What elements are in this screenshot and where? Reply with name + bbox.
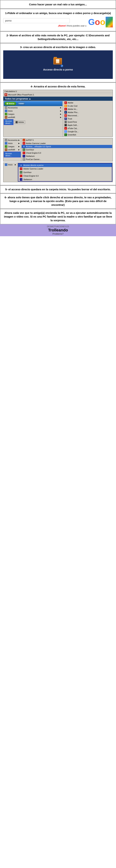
apple-entry[interactable]: ⌘ Apple Soft...: [63, 124, 112, 127]
macro-entry[interactable]: M Macromed...: [63, 114, 112, 117]
sub-acceso-overlay: Accesodirect...: [4, 152, 21, 157]
google-ea-label: Google Ea...: [68, 130, 78, 133]
klike-entry[interactable]: K K-Like Cod: [63, 104, 112, 107]
popup-menu-list: A Acceso directo a porno A Adobe Gamma L…: [18, 163, 112, 182]
trust-entry[interactable]: T Trust: [63, 117, 112, 120]
sub-acceso-popup: Accesodirect...: [4, 152, 21, 157]
sub-juegos-lbl: Juegos: [8, 146, 14, 148]
popup-item-acceso[interactable]: A Acceso directo a porno: [18, 163, 112, 167]
submenu-right: d doPDF 5 A Adobe Gamma Loader A Acceso.…: [21, 138, 113, 161]
sub-inicio-icon: I: [5, 142, 7, 145]
adobe-right-btn[interactable]: A Adobe: [63, 101, 112, 104]
prog-inicio[interactable]: I Inicio ▶: [4, 109, 63, 113]
prog-accesorios[interactable]: A Accesorios ▶: [4, 106, 63, 109]
footer-site: DESMOTIVACIONES.ES: [1, 225, 115, 227]
popup-item-stellar[interactable]: S Stellarium: [18, 178, 112, 181]
trust-label: Trust: [68, 118, 72, 120]
winrar-arrow: ▶: [60, 117, 62, 118]
section-move-file: 2- Mueve el archivo al sitio más remoto …: [0, 31, 116, 43]
instruction-6: 6- ahora solo tienes que darle click der…: [3, 195, 113, 207]
start-menu-programs: ⊞ Inicio Adobe A Accesorios ▶ I: [3, 101, 113, 137]
popup-gonvisor-lbl: GonVisor: [23, 171, 31, 174]
pl-inicio[interactable]: I Inicio ▶: [4, 163, 17, 166]
section-google-search: 1-Pídele el ordenador a un amigo, busca …: [0, 9, 116, 31]
adobe-pho-icon: A: [64, 111, 67, 114]
juegos-arrow: ▶: [60, 113, 62, 115]
sub-inicio[interactable]: I Inicio ▶: [4, 142, 21, 145]
quicktime-label: QuickTime: [68, 121, 77, 123]
instruction-2: 2- Mueve el archivo al sitio más remoto …: [3, 33, 113, 41]
footer-subtitle: Problems?: [1, 232, 115, 235]
sub-acc-arrow: ▶: [18, 139, 20, 141]
gonvisor-entry[interactable]: G GonVisor: [22, 148, 112, 151]
sub-inicio-arrow: ▶: [18, 143, 20, 144]
inicio-taskbar: ⊞ Inicio Adobe: [4, 101, 63, 106]
macro-label: Macromed...: [68, 115, 78, 117]
adobe-img-icon: A: [64, 108, 67, 111]
acceso-popup-label: Accesodirect...: [4, 119, 14, 125]
poncan-entry[interactable]: P PonCan Gamer...: [22, 158, 112, 161]
popup-adobe-g-lbl: Adobe Gamma Loader: [23, 168, 43, 170]
greenfish-label: Greenfish: [68, 134, 76, 136]
adobe-taskbar-btn[interactable]: Adobe: [18, 102, 25, 105]
instruction-5: 5- el acceso directo quedara en la carpe…: [3, 187, 113, 191]
dopdf-entry[interactable]: d doPDF 5: [22, 138, 112, 142]
calc-label: Calculadora U: [4, 90, 17, 92]
sub-juegos[interactable]: J Juegos ▶: [4, 145, 21, 148]
shortcut-icon-label: Acceso directo a porno: [43, 68, 73, 71]
prog-winrar[interactable]: W winRAR ▶: [4, 116, 63, 119]
search-bar-mockup[interactable]: porno: [3, 18, 70, 23]
popup-item-gonvisor[interactable]: G GonVisor: [18, 170, 112, 174]
popup-item-cheat[interactable]: C Cheat Engine 6.0: [18, 174, 112, 178]
popup-item-adobe-g[interactable]: A Adobe Gamma Loader: [18, 167, 112, 170]
prog-juegos[interactable]: J Juegos ▶: [4, 113, 63, 116]
atube-entry[interactable]: a aTube Cat...: [63, 127, 112, 130]
quicktime-entry[interactable]: Q QuickTime: [63, 120, 112, 124]
dopdf-lbl: doPDF 5: [26, 139, 33, 141]
klike-icon: K: [64, 105, 67, 107]
acceso-popup-area: Accesodirect... ⬛ Adobe: [4, 119, 63, 125]
adobe-gamma-entry[interactable]: A Adobe Gamma Loader: [22, 142, 112, 145]
inicio-prog-arrow: ▶: [60, 110, 62, 112]
juegos-icon: J: [5, 113, 7, 115]
greenfish-entry[interactable]: G Greenfish: [63, 133, 112, 136]
sub-accesorios[interactable]: A Accesorios ▶: [4, 138, 21, 142]
instruction-3: 3- crea un acceso directo al escritorio …: [3, 45, 113, 49]
nuevo-notice: ¡Nuevo! Ahora puedes usar u: [3, 25, 86, 27]
atube-label: aTube Cat...: [68, 127, 78, 129]
pl-inicio-lbl: Inicio: [8, 164, 13, 166]
stellarium-lbl: Stellarium: [26, 155, 34, 157]
cheat-entry[interactable]: C Cheat Engine 6.0: [22, 151, 112, 155]
adobe-gamma-lbl: Adobe Gamma Loader: [26, 142, 46, 144]
popup-stellar-icon: S: [20, 178, 22, 181]
cheat-lbl: Cheat Engine 6.0: [26, 152, 41, 154]
sub-juegos-arrow: ▶: [18, 146, 20, 147]
windows-logo-icon: ⊞: [6, 102, 8, 105]
google-im-text: im: [108, 25, 110, 27]
sub-winrar-icon: W: [5, 149, 7, 151]
dopdf-icon: d: [23, 139, 25, 141]
popup-adobe-g-icon: A: [20, 167, 22, 170]
winrar-icon: W: [5, 116, 7, 119]
footer-area: DESMOTIVACIONES.ES Trolleando Problems?: [0, 224, 116, 236]
stellarium-entry[interactable]: S Stellarium: [22, 155, 112, 158]
poncan-icon: P: [23, 158, 25, 161]
adobe-right-icon: A: [64, 101, 67, 104]
adobe-pho-entry[interactable]: A Adobe Pho...: [63, 111, 112, 114]
sub-inicio-lbl: Inicio: [8, 142, 13, 144]
apple-label: Apple Soft...: [68, 124, 78, 126]
popup-acceso-lbl: Acceso directo a porno: [23, 164, 44, 166]
winrar-label: winRAR: [8, 116, 15, 118]
cheat-icon: C: [23, 152, 25, 154]
trust-icon: T: [64, 118, 67, 120]
inicio-button[interactable]: ⊞ Inicio: [4, 102, 16, 105]
section-result: 5- el acceso directo quedara en la carpe…: [0, 185, 116, 193]
inicio-prog-icon: I: [5, 110, 7, 112]
sub-winrar[interactable]: W winRAR ▶: [4, 148, 21, 151]
google-ea-entry[interactable]: G Google Ea...: [63, 130, 112, 133]
adobe-img-entry[interactable]: A Adobe Im...: [63, 107, 112, 111]
sub-winrar-lbl: winRAR: [8, 149, 15, 151]
accesorios-icon: A: [5, 106, 7, 109]
acceso-ereader-entry[interactable]: A Acceso... eReader 6.0 Sprint: [22, 145, 112, 148]
shortcut-icon-img: ↗: [53, 58, 63, 67]
